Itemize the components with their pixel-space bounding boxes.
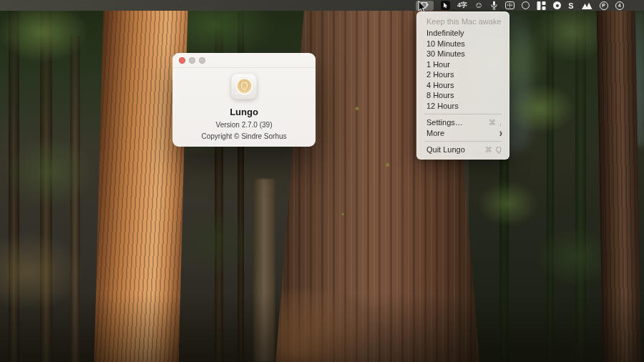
app-copyright: Copyright © Sindre Sorhus: [201, 132, 286, 140]
p-badge-icon[interactable]: P: [600, 1, 608, 10]
chinese-ime-icon[interactable]: 中: [505, 1, 514, 9]
microphone-icon[interactable]: [490, 1, 498, 10]
menu-item-label: Settings…: [426, 118, 489, 127]
s-app-icon[interactable]: S: [568, 1, 573, 10]
menu-item-label: Keep this Mac awake: [426, 17, 502, 26]
four-badge-icon[interactable]: 4: [615, 1, 624, 10]
desktop-screen: 4字 ☺ 中 S: [0, 0, 644, 362]
circle-outline-icon[interactable]: [522, 1, 530, 9]
menu-item-12-hours[interactable]: 12 Hours: [417, 101, 509, 112]
mountains-icon[interactable]: [581, 1, 592, 10]
lungo-app-icon: [230, 73, 258, 100]
menu-item-more[interactable]: More›: [417, 128, 509, 139]
menu-item-label: 4 Hours: [426, 81, 502, 89]
lungo-about-window: Lungo Version 2.7.0 (39) Copyright © Sin…: [172, 53, 316, 147]
menu-bar: 4字 ☺ 中 S: [0, 0, 644, 11]
menu-item-label: 2 Hours: [426, 70, 502, 79]
cursor-app-icon[interactable]: [441, 1, 450, 10]
window-tiles-icon[interactable]: [537, 1, 546, 10]
menu-separator: [424, 114, 502, 114]
menu-item-10-minutes[interactable]: 10 Minutes: [417, 39, 509, 49]
minimize-button[interactable]: [189, 57, 195, 64]
menu-item-8-hours[interactable]: 8 Hours: [417, 90, 509, 101]
input-source-icon[interactable]: 4字: [457, 1, 467, 10]
menu-bar-status-icons: 4字 ☺ 中 S: [416, 1, 624, 10]
menu-item-label: Quit Lungo: [426, 145, 484, 154]
zoom-button[interactable]: [199, 57, 205, 64]
menu-item-2-hours[interactable]: 2 Hours: [417, 69, 509, 80]
record-dot-icon[interactable]: [553, 1, 561, 9]
menu-item-quit-lungo[interactable]: Quit Lungo⌘ Q: [417, 145, 509, 155]
menu-item-label: 8 Hours: [426, 91, 502, 99]
menu-item-indefinitely[interactable]: Indefinitely: [417, 28, 509, 39]
mouse-cursor: [418, 1, 426, 14]
menu-item-label: Indefinitely: [426, 29, 502, 37]
menu-item-label: 30 Minutes: [426, 49, 502, 58]
menu-item-settings[interactable]: Settings…⌘ ,: [417, 117, 509, 128]
menu-item-label: 12 Hours: [426, 102, 502, 110]
window-titlebar[interactable]: [172, 53, 316, 68]
menu-item-1-hour[interactable]: 1 Hour: [417, 59, 509, 70]
menu-item-4-hours[interactable]: 4 Hours: [417, 80, 509, 91]
menu-item-30-minutes[interactable]: 30 Minutes: [417, 49, 509, 59]
menu-item-shortcut: ⌘ Q: [484, 145, 502, 154]
wallpaper-forest: [0, 0, 644, 362]
menu-separator: [424, 141, 502, 142]
app-name: Lungo: [230, 107, 258, 117]
menu-item-label: 1 Hour: [426, 60, 502, 69]
submenu-chevron-icon: ›: [499, 129, 502, 138]
close-button[interactable]: [179, 57, 185, 64]
app-version: Version 2.7.0 (39): [216, 121, 273, 129]
wallpaper-vignette: [0, 294, 644, 362]
menu-item-label: More: [426, 129, 499, 137]
lungo-status-menu: Keep this Mac awakeIndefinitely10 Minute…: [416, 11, 509, 160]
about-window-body: Lungo Version 2.7.0 (39) Copyright © Sin…: [172, 68, 316, 140]
menu-item-label: 10 Minutes: [426, 39, 502, 48]
menu-item-keep-this-mac-awake: Keep this Mac awake: [417, 16, 509, 27]
emoji-smiley-icon[interactable]: ☺: [474, 1, 483, 10]
